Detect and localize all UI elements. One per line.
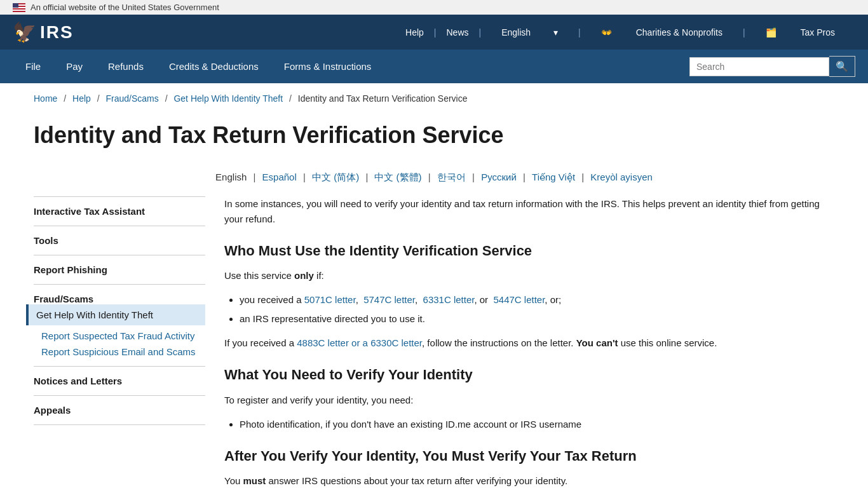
language-links: English | Español | 中文 (简体) | 中文 (繁體) | … xyxy=(34,164,834,196)
nav-help[interactable]: Help xyxy=(395,27,434,37)
taxpros-icon: 🗂️ xyxy=(756,27,787,37)
section2-heading: What You Need to Verify Your Identity xyxy=(224,363,834,386)
header-nav: Help | News | English ▾ | 👐 Charities & … xyxy=(395,27,855,37)
search-button[interactable]: 🔍 xyxy=(829,56,855,77)
svg-rect-3 xyxy=(13,10,25,11)
sidebar-item-fraud-scams[interactable]: Fraud/Scams Get Help With Identity Theft… xyxy=(34,284,205,366)
section3-bold: must xyxy=(243,475,266,486)
link-6331c[interactable]: 6331C letter xyxy=(423,294,475,305)
sidebar-sub-tax-fraud[interactable]: Report Suspected Tax Fraud Activity xyxy=(34,325,205,341)
nav-refunds[interactable]: Refunds xyxy=(95,50,156,83)
sidebar-link-report-phishing[interactable]: Report Phishing xyxy=(34,264,205,275)
section3-intro: You must answer IRS questions about your… xyxy=(224,473,834,488)
nav-forms-instructions[interactable]: Forms & Instructions xyxy=(271,50,384,83)
lang-korean[interactable]: 한국어 xyxy=(437,172,466,182)
sidebar-item-notices-letters[interactable]: Notices and Letters xyxy=(34,366,205,395)
page-title: Identity and Tax Return Verification Ser… xyxy=(34,109,834,164)
lang-espanol[interactable]: Español xyxy=(262,172,297,182)
sidebar-link-tools[interactable]: Tools xyxy=(34,235,205,246)
charity-icon: 👐 xyxy=(591,27,622,37)
sidebar-link-suspicious-email[interactable]: Report Suspicious Email and Scams xyxy=(41,346,205,357)
bullet1-before: you received a xyxy=(240,294,304,305)
sidebar-link-interactive-tax[interactable]: Interactive Tax Assistant xyxy=(34,206,205,217)
sidebar-label-fraud-scams: Fraud/Scams xyxy=(34,294,205,304)
search-icon: 🔍 xyxy=(836,61,848,72)
sidebar-item-interactive-tax[interactable]: Interactive Tax Assistant xyxy=(34,196,205,226)
gov-banner: An official website of the United States… xyxy=(0,0,868,15)
search-input[interactable] xyxy=(689,57,829,76)
section3-heading: After You Verify Your Identity, You Must… xyxy=(224,445,834,467)
sidebar-sub-suspicious-email[interactable]: Report Suspicious Email and Scams xyxy=(34,341,205,357)
irs-logo-text: IRS xyxy=(40,22,74,43)
nav-taxpros[interactable]: 🗂️ Tax Pros xyxy=(745,27,855,37)
search-area: 🔍 xyxy=(689,56,855,77)
gov-banner-text: An official website of the United States… xyxy=(31,3,219,12)
nav-news[interactable]: News xyxy=(437,27,479,37)
lang-vietnamese[interactable]: Tiếng Việt xyxy=(532,172,575,182)
sidebar-item-report-phishing[interactable]: Report Phishing xyxy=(34,255,205,284)
bullet2-text: an IRS representative directed you to us… xyxy=(240,313,425,324)
lang-chinese-traditional[interactable]: 中文 (繁體) xyxy=(374,172,421,182)
content-wrapper: Home / Help / Fraud/Scams / Get Help Wit… xyxy=(21,83,847,488)
sidebar-link-notices-letters[interactable]: Notices and Letters xyxy=(34,376,205,386)
chevron-down-icon: ▾ xyxy=(543,27,568,37)
link-4883c[interactable]: 4883C letter or a 6330C letter xyxy=(297,337,422,348)
flag-icon xyxy=(13,3,25,12)
section1-bold: only xyxy=(294,270,314,281)
lang-english: English xyxy=(215,172,247,182)
breadcrumb-home[interactable]: Home xyxy=(34,93,57,104)
section1-heading: Who Must Use the Identity Verification S… xyxy=(224,240,834,262)
sidebar-sub-fraud-scams: Get Help With Identity Theft Report Susp… xyxy=(34,304,205,357)
link-5747c[interactable]: 5747C letter xyxy=(363,294,415,305)
breadcrumb-fraud-scams[interactable]: Fraud/Scams xyxy=(106,93,159,104)
sidebar-item-tools[interactable]: Tools xyxy=(34,226,205,255)
lang-russian[interactable]: Русский xyxy=(481,172,517,182)
breadcrumb-help[interactable]: Help xyxy=(72,93,91,104)
header: 🦅 IRS Help | News | English ▾ | 👐 Charit… xyxy=(0,15,868,50)
section1-text-before: Use this service xyxy=(224,270,294,281)
lang-creole[interactable]: Kreyòl ayisyen xyxy=(590,172,653,182)
breadcrumb: Home / Help / Fraud/Scams / Get Help Wit… xyxy=(34,83,834,109)
eagle-icon: 🦅 xyxy=(13,21,36,43)
sidebar: Interactive Tax Assistant Tools Report P… xyxy=(34,196,205,425)
nav-charities[interactable]: 👐 Charities & Nonprofits xyxy=(581,27,743,37)
nav-file[interactable]: File xyxy=(13,50,53,83)
lang-chinese-simplified[interactable]: 中文 (简体) xyxy=(312,172,359,182)
section1-bullets: you received a 5071C letter, 5747C lette… xyxy=(240,292,834,327)
irs-logo[interactable]: 🦅 IRS xyxy=(13,21,74,43)
nav-pay[interactable]: Pay xyxy=(53,50,95,83)
svg-rect-4 xyxy=(13,3,18,8)
main-nav: File Pay Refunds Credits & Deductions Fo… xyxy=(0,50,868,83)
main-layout: Interactive Tax Assistant Tools Report P… xyxy=(34,196,834,488)
section2-bullet-1: Photo identification, if you don't have … xyxy=(240,417,834,432)
section1-note: If you received a 4883C letter or a 6330… xyxy=(224,336,834,351)
link-5071c[interactable]: 5071C letter xyxy=(304,294,356,305)
section1-bullet-2: an IRS representative directed you to us… xyxy=(240,311,834,327)
section2-bullets: Photo identification, if you don't have … xyxy=(240,417,834,432)
link-5447c[interactable]: 5447C letter xyxy=(493,294,545,305)
section1-bullet-1: you received a 5071C letter, 5747C lette… xyxy=(240,292,834,308)
logo-area: 🦅 IRS xyxy=(13,21,74,43)
section1-text-after: if: xyxy=(314,270,324,281)
nav-language[interactable]: English ▾ xyxy=(481,27,578,37)
sidebar-link-tax-fraud[interactable]: Report Suspected Tax Fraud Activity xyxy=(41,330,205,341)
section1-intro: Use this service only if: xyxy=(224,268,834,283)
nav-credits-deductions[interactable]: Credits & Deductions xyxy=(156,50,271,83)
breadcrumb-identity-theft[interactable]: Get Help With Identity Theft xyxy=(173,93,283,104)
section2-intro: To register and verify your identity, yo… xyxy=(224,393,834,408)
breadcrumb-current: Identity and Tax Return Verification Ser… xyxy=(298,93,468,104)
sidebar-sub-identity-theft[interactable]: Get Help With Identity Theft xyxy=(26,304,205,325)
section1-note-bold: You can't xyxy=(576,337,618,348)
intro-paragraph: In some instances, you will need to veri… xyxy=(224,196,834,227)
sidebar-item-appeals[interactable]: Appeals xyxy=(34,395,205,425)
main-content: In some instances, you will need to veri… xyxy=(224,196,834,488)
sidebar-link-appeals[interactable]: Appeals xyxy=(34,405,205,416)
sidebar-link-identity-theft[interactable]: Get Help With Identity Theft xyxy=(36,309,198,320)
